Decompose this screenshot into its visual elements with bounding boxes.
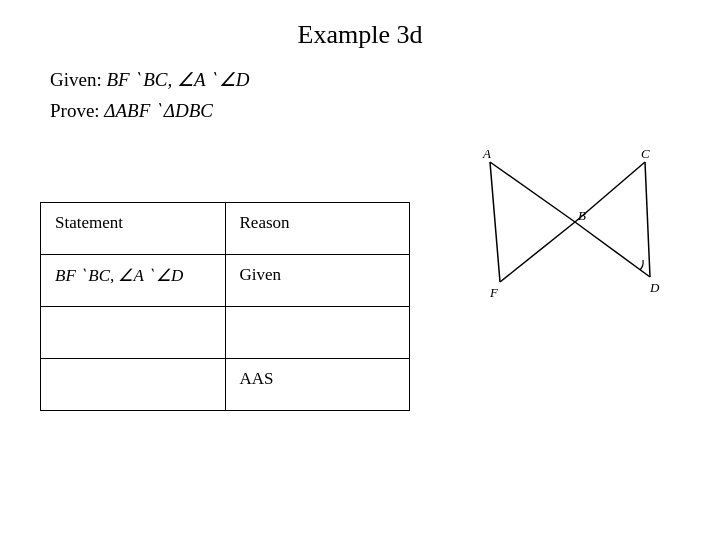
svg-line-0 <box>490 162 575 222</box>
proof-table: Statement Reason BF ‵ BC, ∠A ‵ ∠D Given <box>40 202 410 411</box>
row3-reason: AAS <box>225 359 410 411</box>
header-reason: Reason <box>225 203 410 255</box>
svg-text:B: B <box>578 208 586 223</box>
page-title: Example 3d <box>40 20 680 50</box>
svg-line-1 <box>500 222 575 282</box>
table-row <box>41 307 410 359</box>
diagram-section: A C B F D <box>410 142 680 302</box>
row2-statement <box>41 307 226 359</box>
geometry-diagram: A C B F D <box>435 142 675 302</box>
table-section: Statement Reason BF ‵ BC, ∠A ‵ ∠D Given <box>40 202 410 411</box>
table-row: AAS <box>41 359 410 411</box>
svg-text:C: C <box>641 146 650 161</box>
svg-text:F: F <box>489 285 499 300</box>
given-label: Given: <box>50 69 102 90</box>
content-area: Statement Reason BF ‵ BC, ∠A ‵ ∠D Given <box>40 142 680 411</box>
svg-line-2 <box>490 162 500 282</box>
prove-label: Prove: <box>50 100 100 121</box>
header-statement: Statement <box>41 203 226 255</box>
svg-line-4 <box>575 222 650 277</box>
row3-statement <box>41 359 226 411</box>
prove-line: Prove: ΔABF ‵ ΔDBC <box>50 99 680 122</box>
table-header-row: Statement Reason <box>41 203 410 255</box>
given-math: BF ‵ BC, ∠A ‵ ∠D <box>106 69 249 90</box>
page-container: Example 3d Given: BF ‵ BC, ∠A ‵ ∠D Prove… <box>0 0 720 540</box>
row1-reason: Given <box>225 255 410 307</box>
row2-reason <box>225 307 410 359</box>
svg-text:D: D <box>649 280 660 295</box>
given-line: Given: BF ‵ BC, ∠A ‵ ∠D <box>50 68 680 91</box>
svg-text:A: A <box>482 146 491 161</box>
prove-math: ΔABF ‵ ΔDBC <box>104 100 213 121</box>
svg-line-5 <box>645 162 650 277</box>
table-row: BF ‵ BC, ∠A ‵ ∠D Given <box>41 255 410 307</box>
row1-statement: BF ‵ BC, ∠A ‵ ∠D <box>41 255 226 307</box>
